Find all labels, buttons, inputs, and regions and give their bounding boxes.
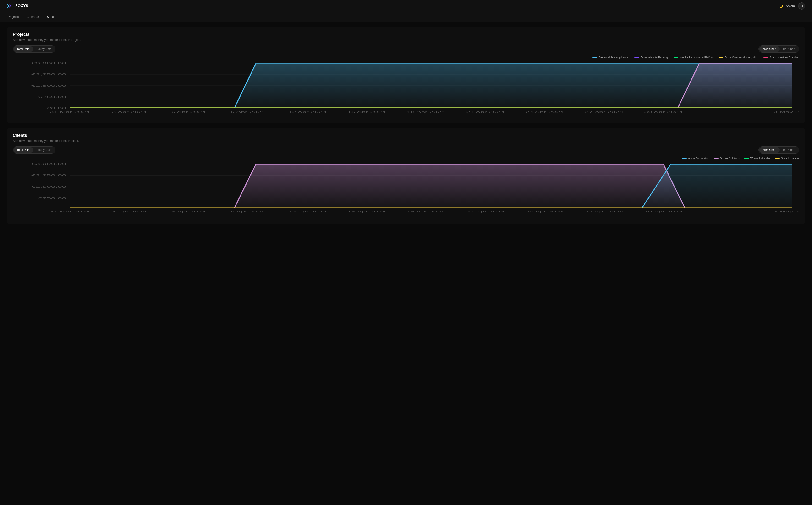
legend-label: Wonka Industries (750, 157, 771, 160)
projects-card: Projects See how much money you made for… (7, 27, 805, 123)
projects-title: Projects (13, 32, 799, 37)
projects-chart-type-toggle: Area Chart Bar Chart (759, 45, 799, 53)
projects-total-data-btn[interactable]: Total Data (13, 46, 33, 52)
clients-data-toggle: Total Data Hourly Data (13, 146, 55, 154)
legend-label: Acme Compression Algorithm (725, 56, 759, 59)
svg-text:€1,500.00: €1,500.00 (31, 186, 66, 188)
svg-text:€0.00: €0.00 (47, 107, 66, 110)
svg-text:18 Apr 2024: 18 Apr 2024 (407, 210, 445, 213)
svg-text:27 Apr 2024: 27 Apr 2024 (585, 210, 623, 213)
projects-subtitle: See how much money you made for each pro… (13, 38, 799, 42)
projects-chart: €3,000.00 €2,250.00 €1,500.00 €750.00 €0… (13, 61, 799, 118)
legend-item-acme-compression: Acme Compression Algorithm (719, 56, 759, 59)
legend-label: Globex Mobile App Launch (598, 56, 630, 59)
svg-text:3 May 2024: 3 May 2024 (774, 210, 799, 213)
projects-area-chart-btn[interactable]: Area Chart (759, 46, 780, 52)
nav-item-calendar[interactable]: Calendar (26, 12, 40, 22)
legend-label: Wonka E-commerce Platform (680, 56, 714, 59)
svg-text:21 Apr 2024: 21 Apr 2024 (466, 111, 504, 113)
svg-text:€750.00: €750.00 (38, 96, 66, 98)
clients-toolbar: Total Data Hourly Data Area Chart Bar Ch… (13, 146, 799, 154)
clients-card: Clients See how much money you made for … (7, 128, 805, 224)
svg-text:24 Apr 2024: 24 Apr 2024 (526, 111, 564, 113)
app-header: ZOXYS 🌙 System ⊘ (0, 0, 812, 12)
nav-item-projects[interactable]: Projects (7, 12, 20, 22)
legend-label: Globex Solutions (720, 157, 740, 160)
clients-chart-svg: €3,000.00 €2,250.00 €1,500.00 €750.00 31 (13, 162, 799, 219)
svg-text:€2,250.00: €2,250.00 (31, 73, 66, 76)
logo-text: ZOXYS (15, 4, 28, 8)
legend-item-stark: Stark Industries Branding (764, 56, 799, 59)
svg-text:30 Apr 2024: 30 Apr 2024 (644, 111, 683, 113)
clients-chart-type-toggle: Area Chart Bar Chart (759, 146, 799, 154)
svg-text:12 Apr 2024: 12 Apr 2024 (288, 210, 327, 213)
svg-text:€2,250.00: €2,250.00 (31, 174, 66, 177)
svg-text:9 Apr 2024: 9 Apr 2024 (231, 111, 265, 113)
legend-label: Stark Industries (781, 157, 799, 160)
nav-item-stats[interactable]: Stats (46, 12, 55, 22)
svg-text:15 Apr 2024: 15 Apr 2024 (348, 210, 386, 213)
projects-bar-chart-btn[interactable]: Bar Chart (780, 46, 799, 52)
clients-legend: Acme Corporation Globex Solutions Wonka … (13, 157, 799, 160)
clients-total-data-btn[interactable]: Total Data (13, 147, 33, 153)
svg-text:€3,000.00: €3,000.00 (31, 163, 66, 165)
projects-data-toggle: Total Data Hourly Data (13, 45, 55, 53)
svg-text:27 Apr 2024: 27 Apr 2024 (585, 111, 623, 113)
main-content: Projects See how much money you made for… (0, 22, 812, 229)
svg-text:12 Apr 2024: 12 Apr 2024 (288, 111, 327, 113)
legend-item-wonka-industries: Wonka Industries (744, 157, 771, 160)
legend-item-acme-corp: Acme Corporation (682, 157, 709, 160)
logo-icon (7, 3, 13, 9)
legend-item-stark-industries: Stark Industries (775, 157, 799, 160)
svg-text:30 Apr 2024: 30 Apr 2024 (644, 210, 683, 213)
projects-hourly-data-btn[interactable]: Hourly Data (33, 46, 55, 52)
theme-label: System (785, 4, 795, 8)
svg-text:21 Apr 2024: 21 Apr 2024 (466, 210, 504, 213)
svg-text:3 Apr 2024: 3 Apr 2024 (112, 210, 147, 213)
main-nav: Projects Calendar Stats (0, 12, 812, 22)
moon-icon: 🌙 (779, 4, 783, 8)
legend-label: Acme Website Redesign (641, 56, 669, 59)
legend-item-globex: Globex Mobile App Launch (592, 56, 630, 59)
legend-label: Stark Industries Branding (770, 56, 799, 59)
clients-bar-chart-btn[interactable]: Bar Chart (780, 147, 799, 153)
svg-text:24 Apr 2024: 24 Apr 2024 (526, 210, 564, 213)
svg-text:6 Apr 2024: 6 Apr 2024 (171, 111, 206, 113)
clients-subtitle: See how much money you made for each cli… (13, 139, 799, 143)
svg-text:€750.00: €750.00 (38, 197, 66, 200)
legend-item-acme-website: Acme Website Redesign (634, 56, 669, 59)
svg-text:3 May 2024: 3 May 2024 (774, 111, 799, 113)
logo: ZOXYS (7, 3, 28, 9)
clients-area-chart-btn[interactable]: Area Chart (759, 147, 780, 153)
clients-title: Clients (13, 133, 799, 138)
settings-icon[interactable]: ⊘ (798, 2, 805, 10)
svg-text:9 Apr 2024: 9 Apr 2024 (231, 210, 265, 213)
svg-text:31 Mar 2024: 31 Mar 2024 (50, 210, 90, 213)
svg-text:31 Mar 2024: 31 Mar 2024 (50, 111, 90, 113)
projects-toolbar: Total Data Hourly Data Area Chart Bar Ch… (13, 45, 799, 53)
legend-label: Acme Corporation (688, 157, 709, 160)
svg-text:6 Apr 2024: 6 Apr 2024 (171, 210, 206, 213)
svg-text:15 Apr 2024: 15 Apr 2024 (348, 111, 386, 113)
svg-text:18 Apr 2024: 18 Apr 2024 (407, 111, 445, 113)
clients-chart: €3,000.00 €2,250.00 €1,500.00 €750.00 31 (13, 162, 799, 219)
clients-hourly-data-btn[interactable]: Hourly Data (33, 147, 55, 153)
header-controls: 🌙 System ⊘ (779, 2, 805, 10)
legend-item-globex-solutions: Globex Solutions (714, 157, 740, 160)
theme-button[interactable]: 🌙 System (779, 4, 795, 8)
projects-legend: Globex Mobile App Launch Acme Website Re… (13, 56, 799, 59)
svg-text:€1,500.00: €1,500.00 (31, 84, 66, 87)
svg-text:3 Apr 2024: 3 Apr 2024 (112, 111, 147, 113)
svg-text:€3,000.00: €3,000.00 (31, 62, 66, 64)
projects-chart-svg: €3,000.00 €2,250.00 €1,500.00 €750.00 €0… (13, 61, 799, 118)
legend-item-wonka: Wonka E-commerce Platform (673, 56, 714, 59)
